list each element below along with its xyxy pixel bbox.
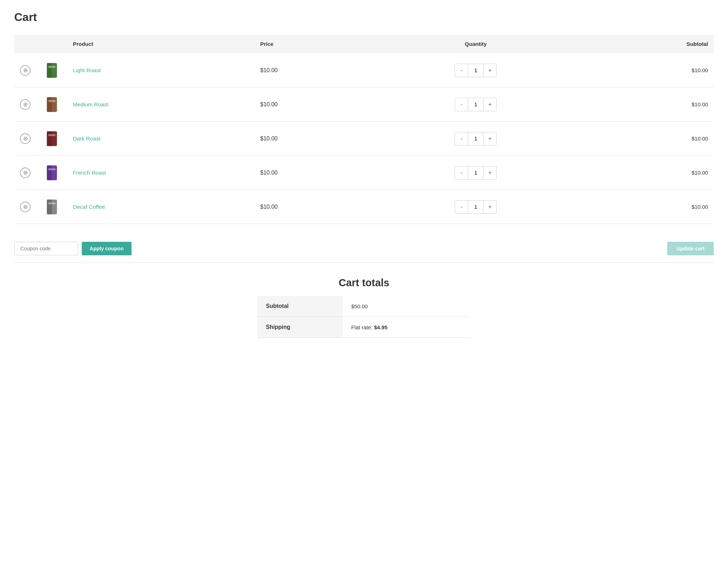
qty-decrease-decaf-coffee[interactable]: - [455,201,468,213]
svg-rect-9 [47,131,52,146]
remove-button-light-roast[interactable]: ⊗ [20,65,31,76]
product-subtotal-decaf-coffee: $10.00 [692,204,708,210]
product-subtotal-medium-roast: $10.00 [692,101,708,107]
update-cart-button[interactable]: Update cart [667,242,714,255]
table-row: ⊗ Light Roast $10.00 - + $10.00 [14,53,714,87]
product-price-decaf-coffee: $10.00 [260,204,278,210]
product-link-french-roast[interactable]: French Roast [73,170,106,176]
product-price-cell-light-roast: $10.00 [255,53,369,87]
svg-rect-1 [47,63,52,78]
product-name-cell-decaf-coffee: Decaf Coffee [67,190,255,224]
svg-rect-19 [48,203,55,204]
qty-input-dark-roast[interactable] [468,132,483,145]
product-price-dark-roast: $10.00 [260,135,278,142]
product-link-decaf-coffee[interactable]: Decaf Coffee [73,204,105,210]
product-quantity-cell-light-roast: - + [369,53,582,87]
header-subtotal: Subtotal [582,34,714,53]
remove-cell: ⊗ [14,122,36,156]
subtotal-row: Subtotal $50.00 [257,296,471,317]
header-image [36,34,67,53]
quantity-control-french-roast: - + [455,166,497,180]
product-name-cell-medium-roast: Medium Roast [67,87,255,122]
subtotal-label: Subtotal [257,296,343,317]
product-name-cell-light-roast: Light Roast [67,53,255,87]
shipping-value: Flat rate: $4.95 [343,317,471,338]
quantity-control-dark-roast: - + [455,132,497,145]
product-image-light-roast [42,60,61,80]
product-image-french-roast [42,163,61,182]
cart-table: Product Price Quantity Subtotal ⊗ Light … [14,34,714,224]
remove-icon: ⊗ [23,67,28,74]
apply-coupon-button[interactable]: Apply coupon [82,242,132,255]
table-row: ⊗ Dark Roast $10.00 - + $10.00 [14,122,714,156]
product-price-medium-roast: $10.00 [260,101,278,107]
product-subtotal-cell-dark-roast: $10.00 [582,122,714,156]
remove-icon: ⊗ [23,135,28,142]
product-price-cell-decaf-coffee: $10.00 [255,190,369,224]
product-link-light-roast[interactable]: Light Roast [73,67,101,73]
product-quantity-cell-decaf-coffee: - + [369,190,582,224]
quantity-control-decaf-coffee: - + [455,200,497,214]
product-image-cell-dark-roast [36,122,67,156]
product-image-cell-decaf-coffee [36,190,67,224]
product-subtotal-cell-medium-roast: $10.00 [582,87,714,122]
svg-rect-17 [47,199,52,214]
remove-button-decaf-coffee[interactable]: ⊗ [20,202,31,212]
product-image-cell-medium-roast [36,87,67,122]
qty-input-decaf-coffee[interactable] [468,201,483,213]
svg-rect-15 [48,169,55,170]
totals-table: Subtotal $50.00 Shipping Flat rate: $4.9… [257,296,471,338]
remove-cell: ⊗ [14,87,36,122]
qty-increase-light-roast[interactable]: + [483,64,496,77]
qty-increase-medium-roast[interactable]: + [483,98,496,111]
remove-cell: ⊗ [14,190,36,224]
header-remove [14,34,36,53]
cart-totals: Cart totals Subtotal $50.00 Shipping Fla… [257,277,471,338]
remove-cell: ⊗ [14,156,36,190]
product-link-medium-roast[interactable]: Medium Roast [73,101,108,107]
qty-decrease-french-roast[interactable]: - [455,166,468,179]
svg-rect-3 [48,66,55,67]
remove-button-french-roast[interactable]: ⊗ [20,167,31,178]
remove-icon: ⊗ [23,101,28,108]
product-image-medium-roast [42,95,61,114]
svg-rect-13 [47,165,52,180]
product-name-cell-french-roast: French Roast [67,156,255,190]
subtotal-value: $50.00 [343,296,471,317]
shipping-label: Shipping [257,317,343,338]
product-image-cell-light-roast [36,53,67,87]
product-subtotal-dark-roast: $10.00 [692,135,708,142]
product-price-cell-medium-roast: $10.00 [255,87,369,122]
cart-totals-title: Cart totals [257,277,471,289]
qty-decrease-dark-roast[interactable]: - [455,132,468,145]
coupon-input[interactable] [14,242,78,255]
product-subtotal-cell-decaf-coffee: $10.00 [582,190,714,224]
product-price-french-roast: $10.00 [260,170,278,176]
header-price: Price [255,34,369,53]
qty-increase-decaf-coffee[interactable]: + [483,201,496,213]
product-price-light-roast: $10.00 [260,67,278,73]
remove-button-dark-roast[interactable]: ⊗ [20,133,31,144]
qty-decrease-light-roast[interactable]: - [455,64,468,77]
table-row: ⊗ Decaf Coffee $10.00 - + $10.00 [14,190,714,224]
shipping-row: Shipping Flat rate: $4.95 [257,317,471,338]
product-subtotal-cell-french-roast: $10.00 [582,156,714,190]
qty-decrease-medium-roast[interactable]: - [455,98,468,111]
svg-rect-7 [48,100,55,101]
coupon-row: Apply coupon Update cart [14,235,714,263]
qty-increase-french-roast[interactable]: + [483,166,496,179]
product-image-dark-roast [42,129,61,148]
product-link-dark-roast[interactable]: Dark Roast [73,135,101,142]
remove-cell: ⊗ [14,53,36,87]
product-subtotal-french-roast: $10.00 [692,170,708,176]
product-quantity-cell-french-roast: - + [369,156,582,190]
qty-increase-dark-roast[interactable]: + [483,132,496,145]
qty-input-light-roast[interactable] [468,64,483,77]
product-price-cell-french-roast: $10.00 [255,156,369,190]
qty-input-medium-roast[interactable] [468,98,483,111]
svg-rect-5 [47,97,52,112]
table-row: ⊗ Medium Roast $10.00 - + $10.00 [14,87,714,122]
qty-input-french-roast[interactable] [468,166,483,179]
svg-rect-11 [48,134,55,135]
remove-button-medium-roast[interactable]: ⊗ [20,99,31,110]
